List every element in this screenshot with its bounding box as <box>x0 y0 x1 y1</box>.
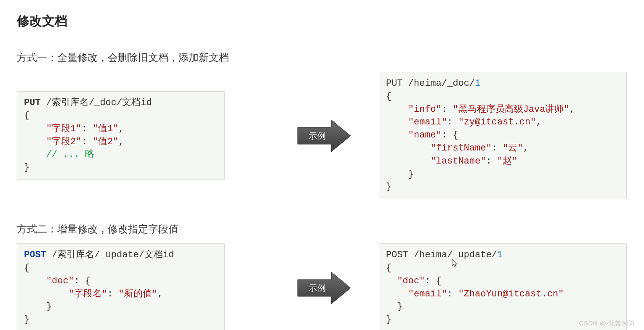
json-value: "新的值" <box>118 289 157 299</box>
json-key: "字段名" <box>69 289 107 299</box>
json-key: "email" <box>408 289 447 299</box>
brace-close: } <box>24 314 29 325</box>
comma: , <box>523 143 529 153</box>
inner-close: } <box>24 301 52 312</box>
json-value: "值2" <box>93 137 119 147</box>
comma: , <box>118 124 124 134</box>
sep: : <box>486 156 497 166</box>
template-code-put: PUT /索引库名/_doc/文档id { "字段1": "值1", "字段2"… <box>17 91 225 180</box>
arrow-col-1: 示例 <box>269 119 379 153</box>
template-path: /索引库名/_doc/文档id <box>41 98 152 108</box>
brace-close: } <box>24 162 29 173</box>
right-col-2: POST /heima/_update/1 { "doc": { "email"… <box>379 243 627 330</box>
http-method-post: POST <box>24 250 46 260</box>
right-col-1: PUT /heima/_doc/1 { "info": "黑马程序员高级Java… <box>379 72 627 199</box>
json-key: "doc" <box>46 276 74 286</box>
sep: : <box>107 289 118 299</box>
left-col-2: POST /索引库名/_update/文档id { "doc": { "字段名"… <box>17 243 269 330</box>
json-key: "info" <box>408 104 442 115</box>
arrow-label: 示例 <box>309 282 326 293</box>
json-key: "name" <box>408 130 442 140</box>
example-code-put: PUT /heima/_doc/1 { "info": "黑马程序员高级Java… <box>379 72 627 199</box>
sep: : <box>447 117 458 127</box>
comma: , <box>569 104 575 115</box>
json-value: "赵" <box>497 156 517 166</box>
json-value: "黑马程序员高级Java讲师" <box>452 104 569 115</box>
brace-open: { <box>24 111 29 121</box>
svg-marker-2 <box>452 259 458 267</box>
example-code-post: POST /heima/_update/1 { "doc": { "email"… <box>379 243 627 330</box>
page-title: 修改文档 <box>17 13 627 30</box>
inner-close: } <box>386 301 403 312</box>
arrow-label: 示例 <box>309 130 326 141</box>
row-1: PUT /索引库名/_doc/文档id { "字段1": "值1", "字段2"… <box>17 72 627 199</box>
arrow-example-2: 示例 <box>297 271 351 305</box>
doc-open: : { <box>74 276 91 286</box>
brace-close: } <box>386 314 391 325</box>
json-value: "云" <box>503 143 523 153</box>
mouse-cursor-icon <box>452 259 458 268</box>
comma: , <box>157 289 163 299</box>
brace-close: } <box>386 182 391 192</box>
sep: : <box>442 104 452 115</box>
brace-open: { <box>386 91 391 102</box>
section1-heading: 方式一：全量修改，会删除旧文档，添加新文档 <box>17 51 627 64</box>
sep: : <box>492 143 503 153</box>
json-value: "值1" <box>93 124 119 134</box>
brace-open: { <box>386 263 391 273</box>
brace-open: { <box>24 263 29 273</box>
code-comment: // ... 略 <box>46 149 94 160</box>
doc-id: 1 <box>475 78 480 89</box>
http-method-put: PUT <box>24 98 41 108</box>
slide-content: 修改文档 方式一：全量修改，会删除旧文档，添加新文档 PUT /索引库名/_do… <box>0 0 644 330</box>
http-method: PUT <box>386 78 403 89</box>
comma: , <box>536 117 541 127</box>
json-value: "zy@itcast.cn" <box>458 117 536 127</box>
name-open: : { <box>442 130 458 140</box>
comma: , <box>118 137 124 147</box>
http-method: POST <box>386 250 408 260</box>
sep: : <box>447 289 458 299</box>
watermark: CSDN @-化繁为简 <box>579 319 635 327</box>
row-2: POST /索引库名/_update/文档id { "doc": { "字段名"… <box>17 243 627 330</box>
section2-heading: 方式二：增量修改，修改指定字段值 <box>17 222 627 236</box>
template-path: /索引库名/_update/文档id <box>46 250 174 260</box>
arrow-col-2: 示例 <box>269 271 379 305</box>
arrow-example-1: 示例 <box>297 119 351 153</box>
template-code-post: POST /索引库名/_update/文档id { "doc": { "字段名"… <box>17 243 225 330</box>
doc-id: 1 <box>497 250 503 260</box>
path: /heima/_update/ <box>408 250 497 260</box>
json-key: "字段2" <box>46 137 82 147</box>
json-key: "doc" <box>397 276 425 286</box>
path: /heima/_doc/ <box>403 78 475 89</box>
json-key: "字段1" <box>46 124 82 134</box>
left-col-1: PUT /索引库名/_doc/文档id { "字段1": "值1", "字段2"… <box>17 91 269 180</box>
doc-open: : { <box>425 276 442 286</box>
sep: : <box>81 137 92 147</box>
json-key: "email" <box>408 117 447 127</box>
json-key: "firstName" <box>431 143 492 153</box>
sep: : <box>81 124 92 134</box>
json-value: "ZhaoYun@itcast.cn" <box>458 289 564 299</box>
json-key: "lastName" <box>431 156 486 166</box>
inner-close: } <box>386 169 414 180</box>
